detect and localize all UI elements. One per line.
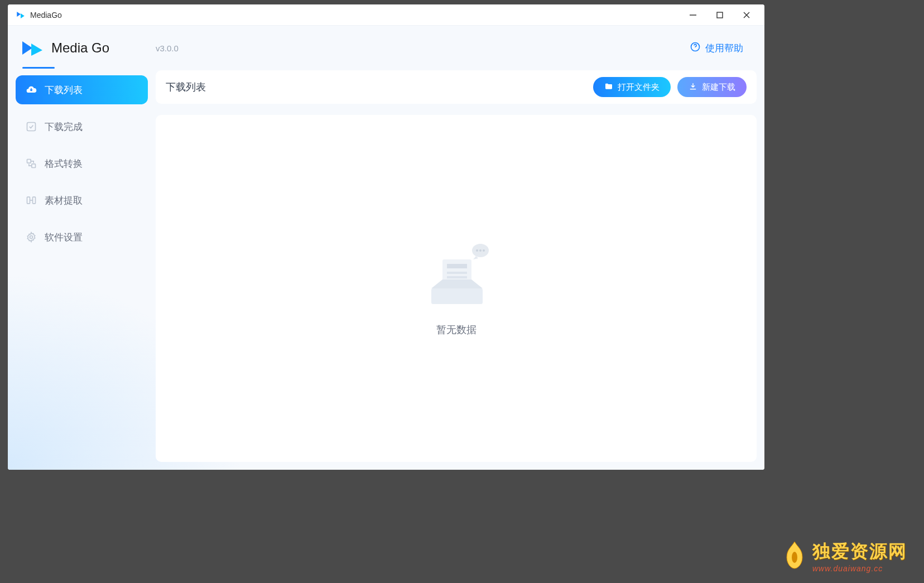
minimize-button[interactable] <box>687 9 699 21</box>
titlebar-title: MediaGo <box>30 11 62 20</box>
help-link[interactable]: 使用帮助 <box>690 41 743 55</box>
content-area: Media Go 下载列表 下载完成 <box>8 26 764 470</box>
app-version: v3.0.0 <box>156 44 179 53</box>
empty-state-text: 暂无数据 <box>436 323 477 336</box>
sidebar-item-convert[interactable]: 格式转换 <box>16 149 148 178</box>
sidebar-item-download-list[interactable]: 下载列表 <box>16 75 148 104</box>
svg-point-13 <box>479 249 482 252</box>
app-header-left: Media Go <box>8 26 156 70</box>
sidebar-item-settings[interactable]: 软件设置 <box>16 223 148 252</box>
help-label: 使用帮助 <box>705 42 743 55</box>
cloud-download-icon <box>26 84 37 95</box>
sidebar-item-extract[interactable]: 素材提取 <box>16 186 148 215</box>
toolbar: 下载列表 打开文件夹 新建下载 <box>156 70 757 104</box>
svg-rect-17 <box>447 272 467 274</box>
app-header-right: v3.0.0 使用帮助 <box>156 26 757 70</box>
logo-underline <box>22 67 55 69</box>
check-square-icon <box>26 121 37 132</box>
gear-icon <box>26 232 37 243</box>
open-folder-button[interactable]: 打开文件夹 <box>593 77 671 97</box>
sidebar-item-label: 素材提取 <box>45 194 83 207</box>
app-window: MediaGo Media Go <box>8 4 764 470</box>
convert-icon <box>26 158 37 169</box>
watermark-logo-icon <box>782 541 807 572</box>
svg-rect-7 <box>27 197 30 204</box>
svg-point-14 <box>483 249 485 252</box>
svg-rect-5 <box>27 160 31 163</box>
watermark-title: 独爱资源网 <box>812 539 907 564</box>
svg-rect-18 <box>447 276 467 278</box>
svg-point-12 <box>476 249 478 252</box>
help-icon <box>690 41 701 55</box>
sidebar-item-label: 格式转换 <box>45 157 83 170</box>
left-column: Media Go 下载列表 下载完成 <box>8 26 156 470</box>
folder-icon <box>604 82 613 93</box>
new-download-button[interactable]: 新建下载 <box>677 77 747 97</box>
sidebar-item-download-complete[interactable]: 下载完成 <box>16 112 148 141</box>
open-folder-label: 打开文件夹 <box>618 82 660 93</box>
right-column: v3.0.0 使用帮助 下载列表 打开文件夹 <box>156 26 764 470</box>
maximize-button[interactable] <box>714 9 725 21</box>
svg-rect-6 <box>32 164 36 168</box>
app-name: Media Go <box>51 40 109 56</box>
watermark-text: 独爱资源网 www.duaiwang.cc <box>812 539 907 573</box>
download-icon <box>689 82 697 93</box>
watermark-url: www.duaiwang.cc <box>812 564 883 573</box>
sidebar-item-label: 下载完成 <box>45 121 83 133</box>
watermark: 独爱资源网 www.duaiwang.cc <box>782 539 907 573</box>
svg-rect-8 <box>33 197 36 204</box>
sidebar-item-label: 下载列表 <box>45 84 83 97</box>
window-controls <box>687 9 757 21</box>
svg-rect-20 <box>431 288 483 304</box>
toolbar-title: 下载列表 <box>166 80 206 94</box>
toolbar-actions: 打开文件夹 新建下载 <box>593 77 747 97</box>
svg-point-21 <box>792 552 797 563</box>
extract-icon <box>26 195 37 206</box>
close-button[interactable] <box>741 9 752 21</box>
svg-rect-1 <box>717 12 723 18</box>
empty-illustration <box>420 240 493 313</box>
app-logo-icon <box>21 39 44 57</box>
main-panel: 暂无数据 <box>156 115 757 462</box>
sidebar: 下载列表 下载完成 格式转换 <box>8 75 156 259</box>
svg-point-9 <box>30 236 33 239</box>
svg-rect-4 <box>27 123 36 131</box>
sidebar-item-label: 软件设置 <box>45 231 83 244</box>
svg-rect-16 <box>447 264 467 268</box>
new-download-label: 新建下载 <box>702 82 735 93</box>
titlebar: MediaGo <box>8 4 764 26</box>
app-logo-icon <box>16 10 26 20</box>
